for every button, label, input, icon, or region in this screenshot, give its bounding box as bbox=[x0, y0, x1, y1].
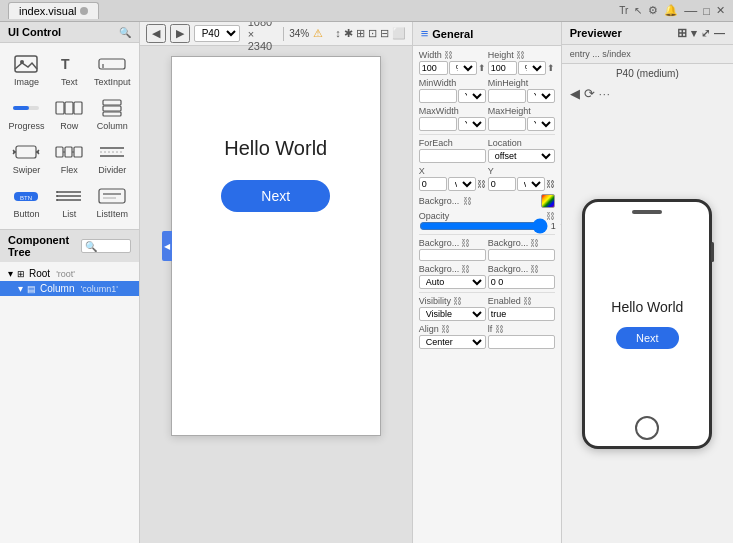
control-progress[interactable]: Progress bbox=[6, 93, 47, 135]
x-unit[interactable]: vp bbox=[448, 177, 476, 191]
control-list[interactable]: List bbox=[49, 181, 90, 223]
tool-icon-1[interactable]: ↕ bbox=[335, 27, 341, 40]
control-textinput[interactable]: TextInput bbox=[92, 49, 133, 91]
bg2-input[interactable] bbox=[488, 249, 555, 261]
bg1-link[interactable]: ⛓ bbox=[461, 238, 470, 248]
ui-control-search-icon[interactable]: 🔍 bbox=[119, 27, 131, 38]
back-btn[interactable]: ◀ bbox=[146, 24, 166, 43]
visibility-select[interactable]: Visible Hidden bbox=[419, 307, 486, 321]
enabled-link[interactable]: ⛓ bbox=[523, 296, 532, 306]
control-button[interactable]: BTN Button bbox=[6, 181, 47, 223]
control-listitem[interactable]: ListItem bbox=[92, 181, 133, 223]
minwidth-unit[interactable]: YPvp bbox=[458, 89, 486, 103]
forward-btn[interactable]: ▶ bbox=[170, 24, 190, 43]
title-settings-icon[interactable]: ⚙ bbox=[648, 4, 658, 17]
width-unit-select[interactable]: %vp bbox=[449, 61, 477, 75]
previewer-grid-icon[interactable]: ⊞ bbox=[677, 26, 687, 40]
tree-item-column[interactable]: ▾ ▤ Column 'column1' bbox=[0, 281, 139, 296]
minheight-input[interactable] bbox=[488, 89, 526, 103]
prev-refresh-btn[interactable]: ⟳ bbox=[584, 86, 595, 101]
width-input-row: %vp ⬆ bbox=[419, 61, 486, 75]
textinput-label: TextInput bbox=[94, 77, 131, 87]
swiper-icon bbox=[12, 141, 40, 163]
control-row[interactable]: Row bbox=[49, 93, 90, 135]
x-input[interactable] bbox=[419, 177, 447, 191]
tool-icon-2[interactable]: ✱ bbox=[344, 27, 353, 40]
width-input[interactable] bbox=[419, 61, 448, 75]
maxwidth-unit[interactable]: YPvp bbox=[458, 117, 486, 131]
maxwidth-input[interactable] bbox=[419, 117, 457, 131]
width-stepper[interactable]: ⬆ bbox=[478, 63, 486, 73]
title-maximize-btn[interactable]: □ bbox=[703, 5, 710, 17]
control-swiper[interactable]: Swiper bbox=[6, 137, 47, 179]
width-link-icon[interactable]: ⛓ bbox=[444, 50, 453, 60]
attr-icon: ≡ bbox=[421, 26, 429, 41]
align-label: Align ⛓ bbox=[419, 324, 486, 334]
align-select[interactable]: Center Start End bbox=[419, 335, 486, 349]
align-extra-link[interactable]: ⛓ bbox=[495, 324, 504, 334]
canvas-handle[interactable]: ◀ bbox=[162, 231, 172, 261]
height-input[interactable] bbox=[488, 61, 517, 75]
phone-next-button[interactable]: Next bbox=[616, 327, 679, 349]
bg4-input[interactable] bbox=[488, 275, 555, 289]
opacity-slider[interactable] bbox=[419, 222, 548, 230]
visibility-enabled-row: Visibility ⛓ Visible Hidden Enabled ⛓ bbox=[419, 296, 555, 321]
x-field: X vp ⛓ bbox=[419, 166, 486, 191]
height-unit-select[interactable]: %vp bbox=[518, 61, 546, 75]
control-flex[interactable]: Flex bbox=[49, 137, 90, 179]
tool-icon-6[interactable]: ⬜ bbox=[392, 27, 406, 40]
height-link-icon[interactable]: ⛓ bbox=[516, 50, 525, 60]
tool-icon-3[interactable]: ⊞ bbox=[356, 27, 365, 40]
tool-icon-5[interactable]: ⊟ bbox=[380, 27, 389, 40]
bg4-link[interactable]: ⛓ bbox=[530, 264, 539, 274]
foreach-input[interactable] bbox=[419, 149, 486, 163]
bg3-link[interactable]: ⛓ bbox=[461, 264, 470, 274]
bg2-link[interactable]: ⛓ bbox=[530, 238, 539, 248]
control-divider[interactable]: Divider bbox=[92, 137, 133, 179]
maxheight-unit[interactable]: YPvp bbox=[527, 117, 555, 131]
tab-close-btn[interactable] bbox=[80, 7, 88, 15]
location-label: Location bbox=[488, 138, 555, 148]
prev-more-btn[interactable]: ··· bbox=[599, 88, 611, 100]
minheight-label: MinHeight bbox=[488, 78, 555, 88]
previewer-select-icon[interactable]: ▾ bbox=[691, 27, 697, 40]
bg1-input[interactable] bbox=[419, 249, 486, 261]
align-extra-label: lf ⛓ bbox=[488, 324, 555, 334]
file-tab[interactable]: index.visual bbox=[8, 2, 99, 19]
title-bell-icon[interactable]: 🔔 bbox=[664, 4, 678, 17]
control-text[interactable]: T Text bbox=[49, 49, 90, 91]
location-select[interactable]: offset absolute bbox=[488, 149, 555, 163]
visibility-link[interactable]: ⛓ bbox=[453, 296, 462, 306]
device-select[interactable]: P40 bbox=[194, 25, 240, 42]
app-body: UI Control 🔍 Image T Text bbox=[0, 22, 733, 543]
maxheight-input[interactable] bbox=[488, 117, 526, 131]
x-link[interactable]: ⛓ bbox=[477, 179, 486, 189]
previewer-expand-icon[interactable]: ⤢ bbox=[701, 27, 710, 40]
title-close-btn[interactable]: ✕ bbox=[716, 4, 725, 17]
enabled-input[interactable] bbox=[488, 307, 555, 321]
tree-item-root[interactable]: ▾ ⊞ Root 'root' bbox=[0, 266, 139, 281]
prev-back-btn[interactable]: ◀ bbox=[570, 86, 580, 101]
control-image[interactable]: Image bbox=[6, 49, 47, 91]
bg3-select[interactable]: Auto bbox=[419, 275, 486, 289]
y-unit[interactable]: vp bbox=[517, 177, 545, 191]
minheight-unit[interactable]: YPvp bbox=[527, 89, 555, 103]
title-minimize-btn[interactable]: — bbox=[684, 3, 697, 18]
align-extra-input[interactable] bbox=[488, 335, 555, 349]
tool-icon-4[interactable]: ⊡ bbox=[368, 27, 377, 40]
y-input[interactable] bbox=[488, 177, 516, 191]
previewer-close-icon[interactable]: — bbox=[714, 27, 725, 39]
height-stepper[interactable]: ⬆ bbox=[547, 63, 555, 73]
tree-search-input[interactable] bbox=[81, 239, 131, 253]
x-label: X bbox=[419, 166, 486, 176]
svg-rect-6 bbox=[13, 106, 29, 110]
align-link[interactable]: ⛓ bbox=[441, 324, 450, 334]
enabled-field: Enabled ⛓ bbox=[488, 296, 555, 321]
control-column[interactable]: Column bbox=[92, 93, 133, 135]
minwidth-input[interactable] bbox=[419, 89, 457, 103]
canvas-next-button[interactable]: Next bbox=[221, 180, 330, 212]
y-link[interactable]: ⛓ bbox=[546, 179, 555, 189]
section-divider-1 bbox=[419, 134, 555, 135]
color-gradient-swatch[interactable] bbox=[541, 194, 555, 208]
bgcolor-link[interactable]: ⛓ bbox=[463, 196, 472, 206]
